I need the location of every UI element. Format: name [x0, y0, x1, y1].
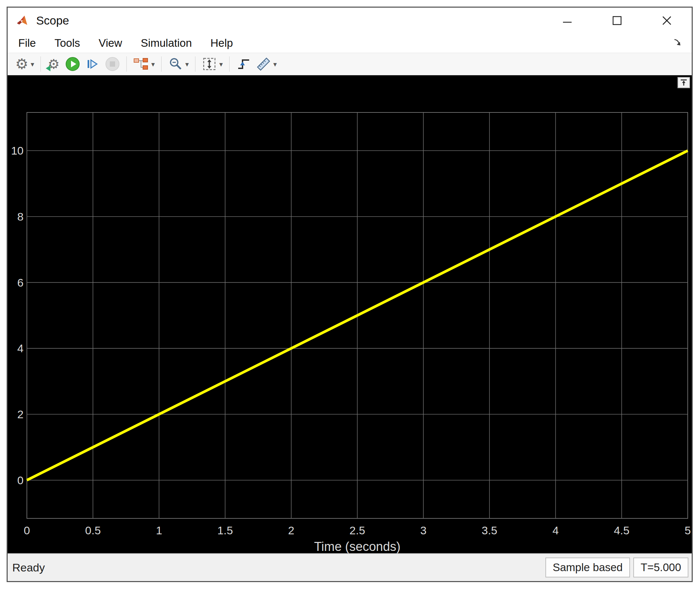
menu-item-file[interactable]: File: [18, 37, 36, 49]
chevron-down-icon: ▾: [30, 61, 34, 68]
svg-text:4: 4: [17, 342, 24, 355]
toolbar-separator: [195, 56, 195, 72]
measurements-button[interactable]: ▾: [253, 54, 279, 74]
configuration-properties-button[interactable]: ⚙ ▾: [13, 54, 36, 74]
minimize-button[interactable]: [543, 8, 592, 33]
chevron-down-icon: ▾: [185, 61, 189, 68]
trigger-icon: [236, 56, 251, 72]
zoom-button[interactable]: ▾: [166, 54, 192, 74]
maximize-icon: [611, 15, 623, 26]
layouts-button[interactable]: ▾: [131, 54, 157, 74]
gear-icon: ⚙: [15, 57, 28, 71]
status-sim-time: T=5.000: [633, 558, 689, 577]
step-forward-button[interactable]: [83, 54, 102, 74]
scope-plot[interactable]: 00.511.522.533.544.550246810Time (second…: [8, 75, 692, 553]
fit-to-view-button[interactable]: ▾: [199, 54, 225, 74]
status-right-panels: Sample based T=5.000: [545, 558, 689, 577]
svg-text:0.5: 0.5: [85, 524, 101, 537]
run-button[interactable]: [63, 54, 83, 74]
chevron-down-icon: ▾: [151, 61, 155, 68]
svg-text:10: 10: [11, 144, 24, 157]
ruler-icon: [256, 56, 271, 72]
undock-arrow-icon[interactable]: [672, 37, 682, 50]
menubar: File Tools View Simulation Help: [8, 33, 692, 53]
minimize-icon: [562, 15, 573, 26]
trigger-button[interactable]: [233, 54, 253, 74]
svg-text:4.5: 4.5: [614, 524, 629, 537]
run-play-icon: [65, 56, 80, 72]
gear-arrow-icon: ⚙: [48, 57, 60, 71]
toolbar-separator: [41, 56, 41, 72]
svg-text:8: 8: [17, 210, 24, 223]
toolbar-separator: [161, 56, 161, 72]
svg-text:Time (seconds): Time (seconds): [314, 540, 400, 553]
window-controls: [543, 8, 692, 33]
svg-text:5: 5: [685, 524, 691, 537]
statusbar: Ready Sample based T=5.000: [8, 553, 692, 581]
magnifier-icon: [168, 56, 183, 72]
svg-text:2.5: 2.5: [349, 524, 365, 537]
close-icon: [661, 15, 673, 27]
close-button[interactable]: [642, 8, 692, 33]
titlebar: Scope: [8, 8, 692, 33]
menu-item-help[interactable]: Help: [210, 37, 233, 49]
plot-dock-button[interactable]: [677, 77, 690, 88]
svg-text:1: 1: [156, 524, 162, 537]
svg-text:3.5: 3.5: [482, 524, 497, 537]
maximize-button[interactable]: [592, 8, 642, 33]
status-ready-text: Ready: [12, 561, 45, 574]
svg-text:1.5: 1.5: [217, 524, 233, 537]
orange-blocks-icon: [133, 57, 149, 71]
plot-area[interactable]: 00.511.522.533.544.550246810Time (second…: [8, 75, 692, 553]
menu-item-view[interactable]: View: [99, 37, 122, 49]
matlab-app-icon: [16, 15, 29, 27]
chevron-down-icon: ▾: [273, 61, 277, 68]
stop-button[interactable]: [102, 54, 122, 74]
menu-item-simulation[interactable]: Simulation: [141, 37, 192, 49]
chevron-down-icon: ▾: [219, 61, 223, 68]
status-sample-mode: Sample based: [545, 558, 630, 577]
svg-text:2: 2: [288, 524, 294, 537]
menu-item-tools[interactable]: Tools: [54, 37, 80, 49]
window-title: Scope: [36, 14, 69, 27]
step-forward-icon: [85, 56, 100, 72]
svg-text:6: 6: [17, 276, 24, 289]
svg-text:2: 2: [17, 408, 24, 420]
svg-text:4: 4: [552, 524, 559, 537]
stop-icon: [105, 56, 120, 72]
svg-text:0: 0: [24, 524, 30, 537]
svg-text:3: 3: [420, 524, 427, 537]
fit-to-view-icon: [202, 56, 217, 72]
toolbar: ⚙ ▾ ⚙: [8, 53, 692, 75]
svg-text:0: 0: [17, 474, 24, 487]
toolbar-separator: [126, 56, 127, 72]
scope-window: Scope File Tools View Simulation Help ⚙ …: [7, 7, 693, 582]
highlight-simulink-block-button[interactable]: ⚙: [45, 54, 63, 74]
dock-up-arrow-icon: [679, 79, 688, 86]
toolbar-separator: [229, 56, 230, 72]
